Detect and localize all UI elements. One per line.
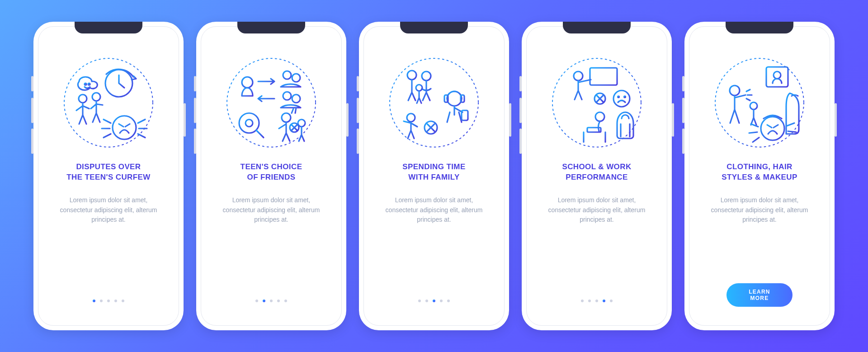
appearance-icon [712,55,807,150]
device-side-button [519,76,522,91]
screen: CLOTHING, HAIR STYLES & MAKEUP Lorem ips… [693,31,826,321]
device-side-button [31,76,33,91]
dot[interactable] [610,300,613,302]
dot[interactable] [284,300,287,302]
onboarding-card: TEEN'S CHOICE OF FRIENDS Lorem ipsum dol… [196,22,346,330]
onboarding-card: DISPUTES OVER THE TEEN'S CURFEW Lorem ip… [33,22,184,330]
svg-rect-23 [444,95,448,102]
dot[interactable] [277,300,280,302]
dot[interactable] [255,300,258,302]
dot[interactable] [440,300,443,302]
device-side-button [519,98,522,123]
page-indicator [531,300,663,302]
svg-point-20 [422,71,431,81]
curfew-icon [61,55,156,150]
svg-point-39 [774,71,781,79]
device-side-button [184,103,186,137]
friends-icon [224,55,319,150]
svg-rect-24 [461,95,464,102]
card-description: Lorem ipsum dolor sit amet, consectetur … [542,195,651,225]
device-side-button [194,76,196,91]
svg-point-6 [88,83,90,85]
page-indicator [368,300,500,302]
screen: TEEN'S CHOICE OF FRIENDS Lorem ipsum dol… [205,31,337,321]
card-description: Lorem ipsum dolor sit amet, consectetur … [380,195,488,225]
svg-point-12 [292,95,300,103]
svg-point-19 [407,71,416,80]
device-side-button [194,128,196,154]
svg-rect-29 [590,68,617,85]
dot[interactable] [114,300,117,302]
device-side-button [519,128,522,154]
dot[interactable] [588,300,591,302]
dot[interactable] [595,300,598,302]
svg-point-10 [292,74,300,82]
svg-point-14 [245,119,253,127]
dot[interactable] [263,300,265,302]
dot[interactable] [603,300,605,302]
svg-point-3 [79,95,87,103]
device-side-button [357,98,359,123]
card-title: CLOTHING, HAIR STYLES & MAKEUP [722,162,797,185]
dot[interactable] [122,300,124,302]
card-description: Lorem ipsum dolor sit amet, consectetur … [54,195,163,225]
svg-point-5 [85,83,86,85]
device-notch [75,22,142,33]
screen: DISPUTES OVER THE TEEN'S CURFEW Lorem ip… [42,31,175,321]
dot[interactable] [433,300,435,302]
svg-point-9 [283,71,291,79]
card-description: Lorem ipsum dolor sit amet, consectetur … [705,195,814,225]
screen: SCHOOL & WORK PERFORMANCE Lorem ipsum do… [531,31,663,321]
device-side-button [509,103,511,137]
device-side-button [31,128,33,154]
device-notch [400,22,468,33]
dot[interactable] [581,300,584,302]
dot[interactable] [93,300,95,302]
device-side-button [682,128,684,154]
device-side-button [682,98,684,123]
dot[interactable] [425,300,428,302]
svg-point-8 [242,77,253,88]
device-side-button [357,128,359,154]
svg-point-26 [407,114,415,122]
svg-point-32 [613,90,630,107]
svg-point-11 [283,92,291,100]
card-title: SPENDING TIME WITH FAMILY [402,162,465,185]
svg-point-30 [574,71,583,81]
device-notch [237,22,305,33]
device-side-button [357,76,359,91]
device-side-button [31,98,33,123]
device-notch [563,22,631,33]
svg-point-34 [624,96,626,98]
svg-point-35 [595,112,604,121]
dot[interactable] [447,300,450,302]
onboarding-card: SCHOOL & WORK PERFORMANCE Lorem ipsum do… [522,22,672,330]
dot[interactable] [100,300,103,302]
card-title: DISPUTES OVER THE TEEN'S CURFEW [66,162,151,185]
device-side-button [346,103,349,137]
svg-point-15 [282,113,291,122]
device-side-button [672,103,674,137]
svg-point-4 [92,93,100,101]
page-indicator [42,300,175,302]
learn-more-button[interactable]: LEARN MORE [726,283,793,307]
card-description: Lorem ipsum dolor sit amet, consectetur … [217,195,326,225]
dot[interactable] [270,300,273,302]
dot[interactable] [418,300,421,302]
device-notch [726,22,793,33]
svg-point-42 [761,117,784,140]
svg-point-2 [113,116,136,139]
svg-point-21 [416,85,422,91]
onboarding-card: SPENDING TIME WITH FAMILY Lorem ipsum do… [359,22,509,330]
school-performance-icon [549,55,644,150]
device-side-button [194,98,196,123]
onboarding-card: CLOTHING, HAIR STYLES & MAKEUP Lorem ips… [684,22,835,330]
dot[interactable] [107,300,110,302]
svg-point-41 [750,102,757,109]
card-title: SCHOOL & WORK PERFORMANCE [562,162,631,185]
svg-rect-38 [766,67,788,87]
device-side-button [835,103,837,137]
device-side-button [682,76,684,91]
card-title: TEEN'S CHOICE OF FRIENDS [241,162,302,185]
svg-point-40 [730,86,740,95]
